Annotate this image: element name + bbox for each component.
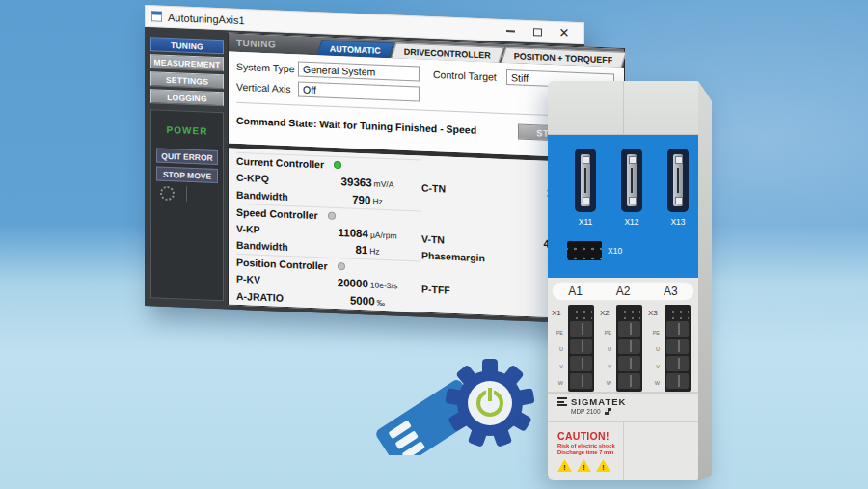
warning-triangle-icon: ! <box>596 459 610 472</box>
terminal-group-x2: X2 PEU VW <box>600 305 648 392</box>
close-button[interactable]: ✕ <box>551 23 578 42</box>
axis-a1-label: A1 <box>552 282 599 301</box>
port-x12-label: X12 <box>617 217 646 227</box>
warning-triangle-icon: ! <box>577 459 591 472</box>
tab-automatic-label: AUTOMATIC <box>330 43 381 55</box>
divider <box>623 422 624 480</box>
port-x10-label: X10 <box>608 246 622 256</box>
qr-code-icon <box>605 408 611 415</box>
terminal-block[interactable] <box>665 305 691 392</box>
encoder-panel: X11 X12 X13 X10 <box>548 135 698 278</box>
pkv-label: P-KV <box>236 273 313 287</box>
motor-terminals: X1 PEU VW X2 PEU VW X3 <box>548 303 698 392</box>
ajratio-value: 5000‰ <box>313 293 421 309</box>
pin-labels: PEU VW <box>648 330 660 386</box>
sidebar-item-logging[interactable]: LOGGING <box>150 89 224 106</box>
port-x10[interactable] <box>567 241 602 260</box>
port-x11-label: X11 <box>571 217 600 227</box>
brand-area: SIGMATEK MDP 2100 <box>548 392 698 421</box>
terminal-block[interactable] <box>568 305 594 392</box>
pin-labels: PEU VW <box>600 330 611 386</box>
terminal-group-x1: X1 PEU VW <box>552 305 600 392</box>
sigmatek-drive-module: X11 X12 X13 X10 A1 A2 A3 X1 PEU VW <box>548 81 712 480</box>
sidebar-item-tuning[interactable]: TUNING <box>150 37 224 54</box>
minimize-button[interactable] <box>497 21 524 41</box>
caution-line-1: Risk of electric shock <box>557 443 698 448</box>
brand-name: SIGMATEK <box>571 396 626 407</box>
terminal-x3-label: X3 <box>648 309 658 317</box>
control-target-label: Control Target <box>433 68 506 83</box>
pkv-value: 2000010e-3/s <box>313 276 421 291</box>
maximize-button[interactable] <box>524 22 551 41</box>
port-x13[interactable] <box>667 149 689 212</box>
app-icon <box>151 11 162 21</box>
autotuning-window: AutotuningAxis1 ✕ TUNING MEASUREMENT SET… <box>145 5 584 323</box>
sidebar-item-measurement[interactable]: MEASUREMENT <box>150 54 224 71</box>
position-controller-title: Position Controller <box>236 257 328 272</box>
device-top-section <box>548 81 698 135</box>
system-type-label: System Type <box>236 61 298 75</box>
vkp-value: 11084µA/rpm <box>313 226 421 241</box>
pin-labels: PEU VW <box>552 330 563 386</box>
gear-illustration-svg <box>372 357 550 455</box>
sidebar: TUNING MEASUREMENT SETTINGS LOGGING POWE… <box>147 29 228 305</box>
terminal-x1-label: X1 <box>552 309 561 317</box>
divider <box>623 81 624 134</box>
warning-triangle-icon: ! <box>557 459 572 472</box>
ckpq-value: 39363mV/A <box>313 175 421 190</box>
terminal-x2-label: X2 <box>600 309 610 317</box>
maximize-icon <box>533 28 542 36</box>
spinner-icon <box>160 185 175 201</box>
vertical-axis-input[interactable] <box>298 81 420 101</box>
connector-icon <box>627 154 637 206</box>
connector-icon <box>673 154 683 206</box>
gear-power-illustration <box>372 357 550 459</box>
device-side-face <box>698 81 712 480</box>
terminal-block[interactable] <box>616 305 642 392</box>
axis-a2-label: A2 <box>599 282 646 301</box>
close-icon: ✕ <box>559 26 570 39</box>
axis-control-panel: POWER QUIT ERROR STOP MOVE <box>150 109 224 301</box>
speed-controller-title: Speed Controller <box>236 206 318 221</box>
ajratio-label: A-JRATIO <box>236 290 313 305</box>
speed-controller-led-icon <box>328 211 336 219</box>
sidebar-item-settings[interactable]: SETTINGS <box>150 71 224 89</box>
phasemargin-label: Phasemargin <box>421 244 514 265</box>
stop-move-button[interactable]: STOP MOVE <box>156 166 218 183</box>
sigmatek-logo-icon <box>557 397 567 406</box>
port-x12[interactable] <box>621 149 642 212</box>
caution-line-2: Discharge time 7 min <box>557 449 698 455</box>
vkp-label: V-KP <box>236 223 313 237</box>
current-controller-led-icon <box>334 161 341 169</box>
quit-error-button[interactable]: QUIT ERROR <box>156 148 218 165</box>
ctn-label: C-TN <box>421 177 514 198</box>
minimize-icon <box>506 30 515 32</box>
bandwidth1-label: Bandwidth <box>236 189 313 204</box>
current-controller-title: Current Controller <box>236 155 324 171</box>
spinner-row <box>156 184 218 203</box>
axis-label-strip: A1 A2 A3 <box>552 282 694 301</box>
terminal-group-x3: X3 PEU VW <box>648 305 696 392</box>
caution-title: CAUTION! <box>557 430 698 442</box>
port-x11[interactable] <box>575 149 596 212</box>
system-type-input[interactable] <box>298 61 420 81</box>
bandwidth2-label: Bandwidth <box>236 239 313 254</box>
device-front: X11 X12 X13 X10 A1 A2 A3 X1 PEU VW <box>548 81 698 480</box>
bandwidth2-value: 81Hz <box>313 242 421 258</box>
ptff-label: P-TFF <box>421 278 514 299</box>
command-state-text: Command State: Wait for Tuning Finished … <box>236 115 476 136</box>
model-name: MDP 2100 <box>571 408 601 415</box>
bandwidth1-value: 790Hz <box>313 192 421 207</box>
port-x13-label: X13 <box>664 217 692 227</box>
tab-drivecontroller-label: DRIVECONTROLLER <box>404 46 491 60</box>
axis-a3-label: A3 <box>647 282 694 301</box>
tab-position-torqueff-label: POSITION + TORQUEFF <box>514 51 613 65</box>
vertical-axis-label: Vertical Axis <box>236 81 298 95</box>
window-body: TUNING MEASUREMENT SETTINGS LOGGING POWE… <box>145 27 584 323</box>
position-controller-led-icon <box>338 262 345 270</box>
ckpq-label: C-KPQ <box>236 172 313 186</box>
caution-panel: CAUTION! Risk of electric shock Discharg… <box>548 421 698 480</box>
power-status-label: POWER <box>156 118 218 143</box>
warning-icons: ! ! ! <box>557 459 698 472</box>
divider <box>186 186 187 202</box>
